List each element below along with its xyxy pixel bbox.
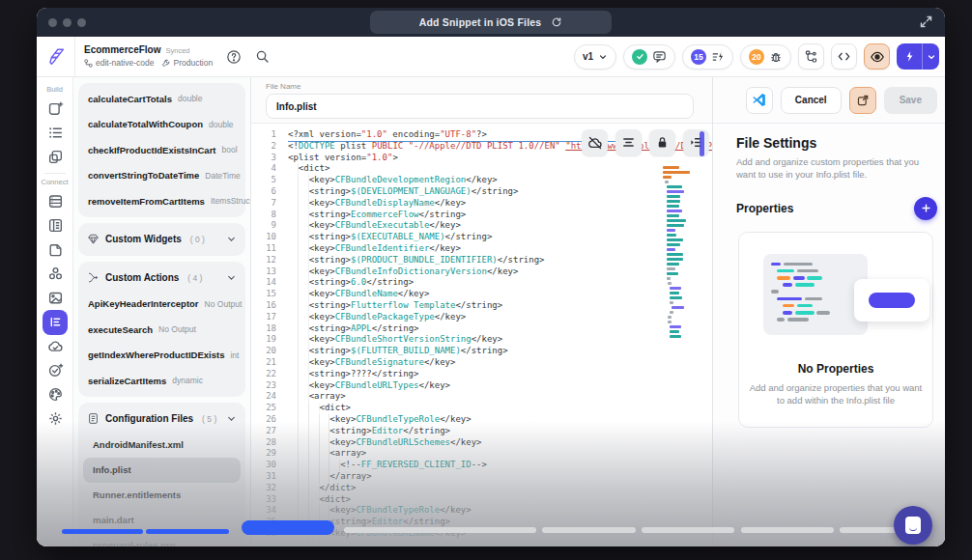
list-item[interactable]: calculateTotalWithCoupon double	[78, 112, 245, 138]
config-file-item[interactable]: AndroidManifest.xml	[83, 433, 241, 458]
format-disabled-button[interactable]	[582, 129, 608, 155]
line-number: 21	[251, 357, 276, 369]
custom-actions-header[interactable]: Custom Actions ( 4 )	[78, 265, 245, 292]
minimap-line	[668, 282, 672, 285]
widget-tree-button[interactable]	[798, 43, 824, 70]
minimap-line	[667, 263, 679, 266]
preview-button[interactable]	[864, 43, 890, 70]
item-name: removeItemFromCartItems	[88, 196, 205, 207]
configuration-files-header[interactable]: Configuration Files ( 5 )	[78, 406, 245, 433]
open-external-button[interactable]	[849, 87, 876, 114]
sync-comments-pill[interactable]	[623, 44, 675, 70]
chevron-down-icon[interactable]	[226, 234, 237, 244]
custom-code-icon	[43, 310, 68, 335]
branch-name: edit-native-code	[96, 58, 154, 69]
flutterflow-logo[interactable]	[37, 37, 75, 77]
config-file-item[interactable]: proguard-rules.pro	[83, 533, 241, 547]
align-button[interactable]	[615, 129, 642, 155]
refresh-icon[interactable]	[551, 16, 562, 28]
rail-item-media-assets[interactable]	[37, 286, 73, 310]
rail-item-app-values[interactable]	[37, 121, 73, 145]
rail-item-theme[interactable]	[37, 382, 73, 406]
minimap-line	[670, 311, 673, 314]
nav-rail: Build Connect	[37, 77, 73, 546]
list-item[interactable]: calculateCartTotals double	[78, 86, 245, 112]
window-controls[interactable]	[48, 18, 86, 27]
chevron-down-icon[interactable]	[226, 413, 237, 424]
cancel-button[interactable]: Cancel	[781, 87, 842, 114]
minimap-line	[667, 219, 686, 222]
version-label: v1	[583, 51, 593, 62]
code-line: <key>CFBundleTypeRole</key>	[288, 505, 712, 517]
branch-indicator[interactable]: edit-native-code	[84, 58, 154, 69]
indent-button[interactable]	[683, 129, 709, 155]
minimap-line	[667, 195, 680, 198]
wrench-icon	[161, 59, 170, 68]
chevron-down-icon[interactable]	[226, 272, 237, 283]
item-name: calculateTotalWithCoupon	[88, 119, 203, 129]
environment-indicator[interactable]: Production	[161, 58, 213, 69]
window-close-button[interactable]	[48, 18, 57, 27]
add-property-button[interactable]	[914, 197, 937, 220]
list-item[interactable]: checkIfProductIdExistsInCart bool	[78, 137, 245, 163]
list-item[interactable]: ApiKeyHeaderInterceptor No Output	[78, 292, 245, 318]
rail-item-files[interactable]	[37, 238, 73, 262]
code-content[interactable]: <?xml version="1.0" encoding="UTF-8"?><!…	[288, 129, 712, 546]
code-view-button[interactable]	[831, 43, 857, 70]
open-in-vscode-button[interactable]	[746, 87, 773, 114]
version-selector[interactable]: v1	[574, 44, 616, 70]
rail-item-pages[interactable]	[37, 97, 73, 121]
minimap[interactable]	[663, 166, 694, 340]
run-button[interactable]	[897, 43, 922, 70]
config-file-item[interactable]: Runner.entitlements	[83, 483, 241, 508]
code-line: <key>CFBundleName</key>	[288, 289, 712, 300]
window-zoom-button[interactable]	[77, 18, 86, 27]
item-type: double	[178, 94, 203, 103]
code-line: <string>$(EXECUTABLE_NAME)</string>	[288, 232, 712, 243]
loading-bar-gray	[642, 527, 734, 533]
actions-status-pill[interactable]: 15	[682, 44, 733, 70]
list-item[interactable]: serializeCartItems dynamic	[78, 368, 245, 394]
project-info[interactable]: EcommerceFlow Synced edit-native-code Pr…	[84, 44, 213, 68]
code-line: <string>6.0</string>	[288, 277, 712, 289]
code-line: <dict>	[288, 403, 712, 414]
save-button[interactable]: Save	[884, 87, 937, 114]
fullscreen-icon[interactable]	[919, 14, 933, 29]
config-file-item[interactable]: Info.plist	[83, 458, 241, 483]
rail-item-api-calls[interactable]	[37, 213, 73, 238]
list-item[interactable]: executeSearch No Output	[78, 317, 245, 343]
item-name: getIndexWhereProductIDExists	[88, 350, 224, 360]
run-options-button[interactable]	[923, 43, 939, 70]
custom-widgets-header[interactable]: Custom Widgets ( 0 )	[78, 226, 245, 253]
issues-count-badge: 20	[749, 49, 764, 65]
code-editor[interactable]: 1234567891011121314151617181920212223242…	[251, 124, 712, 546]
minimap-line	[672, 306, 684, 309]
lock-button[interactable]	[649, 129, 675, 155]
rail-item-custom-code[interactable]	[37, 310, 73, 334]
search-button[interactable]	[255, 49, 270, 64]
project-name: EcommerceFlow	[84, 44, 160, 57]
line-number: 6	[251, 186, 276, 198]
rail-item-settings[interactable]	[37, 406, 73, 431]
list-item[interactable]: convertStringToDateTime DateTime	[78, 163, 245, 189]
rail-item-tests[interactable]	[37, 358, 73, 382]
chat-bubble-button[interactable]	[894, 506, 932, 545]
file-name-input[interactable]	[266, 94, 694, 119]
line-number: 11	[251, 243, 276, 255]
address-pill[interactable]: Add Snippet in iOS Files	[370, 11, 612, 34]
line-number: 4	[251, 163, 276, 175]
rail-item-components[interactable]	[37, 145, 73, 169]
editor-scrollbar[interactable]	[700, 131, 704, 156]
rail-item-integrations[interactable]	[37, 262, 73, 286]
list-item[interactable]: removeItemFromCartItems ItemsStruct	[78, 188, 245, 214]
code-line: <key>CFBundleExecutable</key>	[288, 220, 712, 232]
line-number: 24	[251, 391, 276, 403]
line-number: 14	[251, 277, 276, 289]
issues-status-pill[interactable]: 20	[740, 44, 791, 70]
rail-item-database[interactable]	[37, 189, 73, 213]
help-button[interactable]	[226, 49, 242, 65]
window-minimize-button[interactable]	[63, 18, 71, 27]
list-item[interactable]: getIndexWhereProductIDExists int	[78, 343, 245, 369]
code-sidebar: calculateCartTotals double calculateTota…	[73, 77, 251, 546]
rail-item-cloud-functions[interactable]	[37, 334, 73, 358]
